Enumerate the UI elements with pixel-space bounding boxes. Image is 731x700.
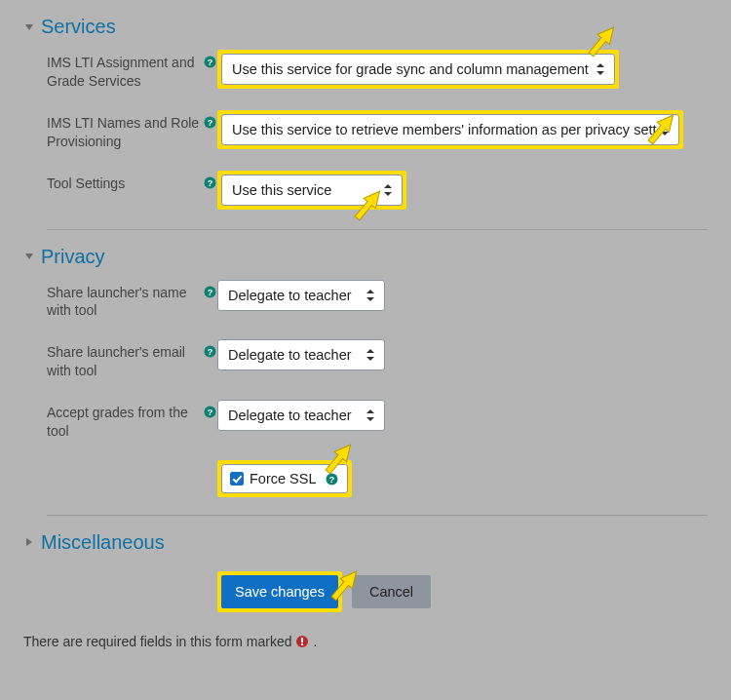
svg-rect-31: [301, 643, 303, 645]
chevron-down-icon: [23, 251, 35, 262]
select-ims-names[interactable]: Use this service to retrieve members' in…: [221, 114, 679, 145]
svg-marker-7: [661, 124, 669, 128]
checkbox-force-ssl[interactable]: Force SSL ?: [221, 464, 348, 493]
updown-icon: [596, 63, 604, 75]
highlight-box: Use this service: [217, 171, 406, 210]
help-icon[interactable]: ?: [325, 472, 339, 486]
help-icon[interactable]: ?: [203, 55, 217, 69]
highlight-box: Use this service for grade sync and colu…: [217, 50, 619, 89]
section-title: Miscellaneous: [41, 531, 165, 554]
checkbox-label: Force SSL: [250, 471, 317, 486]
note-text: There are required fields in this form m…: [23, 634, 291, 649]
cancel-button[interactable]: Cancel: [352, 575, 431, 608]
updown-icon: [384, 184, 392, 196]
row-tool-settings: Tool Settings ? Use this service: [47, 171, 708, 210]
select-value: Delegate to teacher: [228, 408, 352, 423]
highlight-box: Force SSL ?: [217, 460, 352, 497]
select-value: Use this service for grade sync and colu…: [232, 61, 589, 77]
label-ims-grade: IMS LTI Assignment and Grade Services: [47, 54, 203, 91]
section-header-misc[interactable]: Miscellaneous: [23, 531, 708, 554]
chevron-down-icon: [23, 21, 35, 33]
svg-text:?: ?: [328, 475, 334, 485]
svg-marker-24: [366, 409, 374, 413]
svg-marker-4: [596, 71, 604, 75]
svg-marker-0: [25, 24, 33, 30]
svg-text:?: ?: [208, 408, 213, 417]
svg-marker-20: [366, 349, 374, 353]
help-icon[interactable]: ?: [203, 115, 217, 130]
divider: [47, 229, 708, 230]
label-share-name: Share launcher's name with tool: [47, 284, 203, 321]
highlight-box: Use this service to retrieve members' in…: [217, 110, 683, 149]
select-value: Use this service: [232, 182, 331, 198]
select-share-name[interactable]: Delegate to teacher: [217, 280, 385, 311]
select-share-email[interactable]: Delegate to teacher: [217, 339, 385, 370]
select-accept-grades[interactable]: Delegate to teacher: [217, 400, 385, 431]
label-share-email: Share launcher's email with tool: [47, 343, 203, 380]
svg-marker-25: [366, 417, 374, 421]
svg-marker-28: [26, 538, 32, 546]
help-icon[interactable]: ?: [203, 285, 217, 299]
select-tool-settings[interactable]: Use this service: [221, 175, 403, 206]
help-icon[interactable]: ?: [203, 405, 217, 419]
svg-text:?: ?: [208, 118, 213, 128]
label-tool-settings: Tool Settings: [47, 175, 125, 193]
row-share-name: Share launcher's name with tool ? Delega…: [47, 280, 708, 321]
section-header-privacy[interactable]: Privacy: [23, 246, 708, 268]
highlight-box: Save changes: [217, 571, 342, 612]
section-title: Services: [41, 16, 116, 38]
row-ims-names: IMS LTI Names and Role Provisioning ? Us…: [47, 110, 708, 151]
updown-icon: [366, 349, 374, 361]
svg-marker-8: [661, 132, 669, 136]
select-value: Delegate to teacher: [228, 347, 352, 363]
svg-text:?: ?: [208, 288, 213, 297]
row-accept-grades: Accept grades from the tool ? Delegate t…: [47, 400, 708, 441]
chevron-right-icon: [23, 536, 35, 548]
select-value: Delegate to teacher: [228, 288, 352, 303]
select-ims-grade[interactable]: Use this service for grade sync and colu…: [221, 54, 615, 85]
label-ims-names: IMS LTI Names and Role Provisioning: [47, 114, 203, 151]
divider: [47, 515, 708, 516]
checkbox-check-icon: [230, 472, 244, 486]
svg-text:?: ?: [208, 178, 213, 188]
help-icon[interactable]: ?: [203, 175, 217, 190]
svg-marker-16: [366, 290, 374, 293]
updown-icon: [661, 124, 669, 136]
required-icon: [295, 635, 309, 648]
svg-rect-30: [301, 638, 303, 642]
row-share-email: Share launcher's email with tool ? Deleg…: [47, 339, 708, 380]
save-button[interactable]: Save changes: [221, 575, 338, 608]
row-ims-grade-services: IMS LTI Assignment and Grade Services ? …: [47, 50, 708, 91]
required-fields-note: There are required fields in this form m…: [23, 634, 708, 649]
svg-marker-21: [366, 357, 374, 361]
select-value: Use this service to retrieve members' in…: [232, 122, 657, 137]
svg-marker-11: [384, 184, 392, 188]
section-header-services[interactable]: Services: [23, 16, 708, 38]
svg-marker-12: [384, 192, 392, 196]
svg-text:?: ?: [208, 347, 213, 357]
svg-marker-13: [25, 253, 33, 259]
svg-marker-17: [366, 297, 374, 301]
label-accept-grades: Accept grades from the tool: [47, 404, 203, 441]
note-suffix: .: [313, 634, 317, 649]
updown-icon: [366, 290, 374, 301]
section-title: Privacy: [41, 246, 105, 268]
updown-icon: [366, 409, 374, 421]
help-icon[interactable]: ?: [203, 344, 217, 359]
svg-text:?: ?: [208, 58, 213, 67]
svg-marker-3: [596, 63, 604, 67]
